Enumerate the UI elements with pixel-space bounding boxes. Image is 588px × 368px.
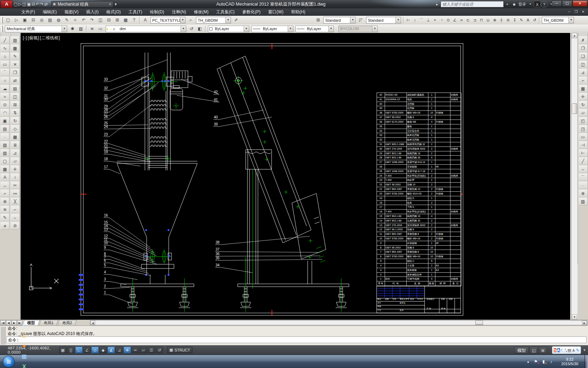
sc-toggle[interactable]: ↺ [156, 347, 163, 353]
cascade-icon[interactable]: ⊞ [113, 16, 121, 24]
signin-chevron-icon[interactable]: ▾ [527, 1, 534, 7]
undo-icon[interactable]: ↶ [80, 16, 88, 24]
stretch-icon[interactable]: ◰ [579, 117, 588, 125]
dimension-icon[interactable]: ↔ [0, 181, 9, 189]
array2-icon[interactable]: ⊞ [10, 101, 20, 109]
publish-icon[interactable]: ▤ [46, 16, 54, 24]
volume-icon[interactable]: ♪ [547, 359, 555, 364]
erase2-icon[interactable]: ✕ [10, 60, 20, 68]
extend-icon[interactable]: ⊣ [579, 141, 588, 149]
hatch-icon[interactable]: ▨ [0, 141, 9, 149]
symbol-icon[interactable]: ⌀ [0, 222, 9, 230]
workspace-settings-icon[interactable]: ✱ [69, 25, 76, 33]
tile-horz-icon[interactable]: ⊟ [105, 16, 113, 24]
ellipse-icon[interactable]: ⊙ [0, 101, 9, 109]
layer-previous-icon[interactable]: ↺ [188, 25, 195, 33]
style-edit-icon[interactable]: ✐ [232, 16, 240, 24]
quickview-drawings-icon[interactable]: ⊞ [539, 347, 547, 354]
menu-item[interactable]: 编辑(E) [39, 8, 61, 16]
command-input[interactable]: 命令: [6, 336, 587, 343]
quickview-layouts-icon[interactable]: ◱ [530, 347, 538, 354]
break2-icon[interactable]: ╳ [10, 197, 20, 205]
lengthen-icon[interactable]: ◳ [579, 125, 588, 133]
lineweight-combo[interactable]: ByLayer ▼ [295, 26, 334, 32]
menu-item[interactable]: 插入(I) [82, 8, 102, 16]
action-center-flag-icon[interactable]: ⚑✕ [532, 359, 540, 364]
fillet2-icon[interactable]: ⌣ [10, 213, 20, 222]
extend2-icon[interactable]: ↦ [10, 189, 20, 197]
list-icon[interactable]: ≣ [10, 141, 20, 149]
dim-quick-icon[interactable]: ≍ [458, 16, 465, 24]
menu-item[interactable]: 文件(F) [18, 8, 39, 16]
menu-item[interactable]: 格式(O) [103, 8, 125, 16]
menu-item[interactable]: 工具(T) [125, 8, 146, 16]
blend-icon[interactable]: ⊕ [579, 189, 588, 197]
dim-continue-icon[interactable]: ⊐ [471, 16, 478, 24]
table-icon[interactable]: ▦ [0, 165, 9, 173]
save-icon[interactable]: ▣ [27, 2, 31, 7]
dim-radius-icon[interactable]: ⌖ [432, 16, 438, 24]
dim-inspect-icon[interactable]: ⊘ [505, 16, 511, 24]
menu-item[interactable]: 视图(V) [61, 8, 82, 16]
infocenter-expand-icon[interactable]: ▸ [434, 1, 441, 7]
copy2-icon[interactable]: ❐ [10, 68, 20, 76]
statusbar-menu-icon[interactable]: ▼ [582, 348, 587, 352]
dim-aligned-icon[interactable]: ↕ [412, 16, 418, 24]
menu-item[interactable]: 参数化(P) [238, 8, 264, 16]
menu-item[interactable]: 帮助(H) [287, 8, 309, 16]
erase-icon[interactable]: ✗ [579, 36, 588, 44]
toolbar-grip[interactable] [1, 26, 3, 32]
taskbar-excel-icon[interactable]: X [18, 362, 31, 368]
new-icon[interactable]: ▢ [14, 2, 18, 7]
copy-power-icon[interactable]: ❏ [579, 52, 588, 60]
explode-icon[interactable]: ▨ [579, 197, 588, 205]
dim-angular-icon[interactable]: ∠ [451, 16, 458, 24]
sogou-logo-icon[interactable]: S [554, 348, 556, 352]
region-icon[interactable]: ▢ [0, 157, 9, 165]
scale-icon[interactable]: ▱ [579, 109, 588, 117]
move2-icon[interactable]: ✛ [10, 165, 20, 173]
grid-toggle[interactable]: ▒ [67, 347, 75, 353]
next-tab-icon[interactable]: ▶ [12, 320, 17, 325]
text-style-combo[interactable]: PC_TEXTSTYLE ▼ [150, 17, 186, 23]
chevron-down-icon[interactable]: ▼ [62, 26, 67, 32]
workspace-combo[interactable]: Mechanical 经典 ▼ [5, 26, 67, 32]
help-icon[interactable]: ? [130, 16, 138, 24]
signin-label[interactable]: 登录 [518, 1, 527, 7]
chevron-down-icon[interactable]: ▼ [181, 26, 186, 32]
otrack-toggle[interactable]: ∡ [107, 347, 115, 353]
workspace-combo-qat[interactable]: ✱ Mechanical 经典 ▼ [51, 1, 113, 8]
polar-toggle[interactable]: ∠ [83, 347, 91, 353]
vertical-scroll-thumb[interactable] [572, 103, 577, 114]
network-icon[interactable]: ▮⚠ [540, 359, 547, 364]
copy-icon[interactable]: ❐ [579, 44, 588, 52]
search-icon[interactable]: ⌖ [504, 1, 511, 7]
viewport-icon[interactable]: ◫ [10, 93, 20, 101]
open-icon[interactable]: ▷ [13, 16, 20, 24]
polyline-icon[interactable]: ∿ [0, 44, 9, 52]
toolbar-grip[interactable] [1, 17, 3, 23]
dim-baseline-icon[interactable]: ⊏ [465, 16, 471, 24]
fillet-icon[interactable]: ∙ [579, 181, 588, 189]
dim-diameter-icon[interactable]: ⊙ [445, 16, 451, 24]
plot-icon[interactable]: ⊟ [31, 2, 35, 7]
vertical-scrollbar[interactable]: ▲ ▼ [571, 33, 578, 320]
lwt-toggle[interactable]: ━ [132, 347, 139, 353]
chevron-down-icon[interactable]: ▼ [225, 17, 231, 23]
chevron-down-icon[interactable]: ▼ [244, 26, 249, 32]
taskbar-firefox-icon[interactable]: ● [18, 341, 31, 351]
spline-icon[interactable]: ≈ [0, 93, 9, 101]
plot-icon[interactable]: ⊟ [29, 16, 37, 24]
dim-tolerance-icon[interactable]: ⊕ [491, 16, 498, 24]
redo-icon[interactable]: ↷ [40, 2, 43, 7]
section-icon[interactable]: ▱ [10, 157, 20, 165]
ducs-toggle[interactable]: ⊿ [115, 347, 123, 353]
undo-icon[interactable]: ↶ [36, 2, 39, 7]
blockeditor-icon[interactable]: ⌗ [71, 16, 79, 24]
mech-options-icon[interactable]: ▨ [77, 25, 85, 33]
mleader-style-combo[interactable]: Standard ▼ [366, 17, 401, 23]
layer-combo[interactable]: ●☼⊘□ dim ▼ [106, 26, 186, 32]
insert-block-icon[interactable]: ▣ [0, 117, 9, 125]
menu-item[interactable]: 注释(N) [168, 8, 190, 16]
minimize-button[interactable]: ─ [552, 0, 562, 7]
